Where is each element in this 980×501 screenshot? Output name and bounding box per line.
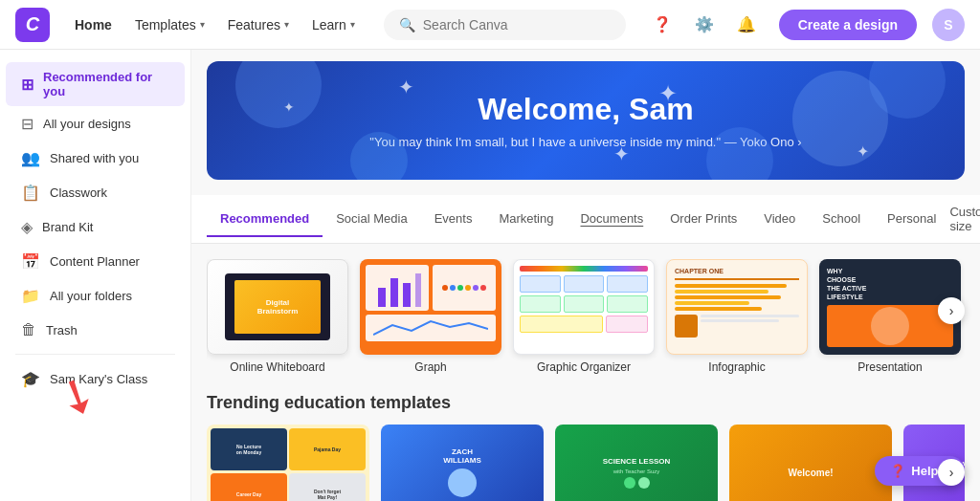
learn-chevron-icon: ▾ [350, 19, 355, 30]
topnav: C Home Templates ▾ Features ▾ Learn ▾ 🔍 … [0, 0, 980, 50]
create-design-button[interactable]: Create a design [779, 10, 917, 40]
sidebar-item-shared[interactable]: 👥 Shared with you [6, 142, 185, 175]
template-card-graph[interactable]: Graph [360, 259, 501, 374]
template-card-organizer[interactable]: Graphic Organizer [513, 259, 655, 374]
trending-cards-row: No Lectureon Monday Pajama Day Career Da… [207, 425, 965, 501]
classwork-icon: 📋 [21, 184, 40, 202]
features-chevron-icon: ▾ [284, 19, 289, 30]
home-icon: ⊞ [21, 76, 33, 94]
trending-card-1[interactable]: No Lectureon Monday Pajama Day Career Da… [207, 425, 369, 501]
trending-title: Trending education templates [207, 393, 965, 413]
star-decoration-4: ✦ [658, 80, 678, 107]
template-cards-section: DigitalBrainstorm Online Whiteboard [207, 259, 965, 374]
nav-templates[interactable]: Templates ▾ [125, 11, 214, 38]
trending-card-4[interactable]: Welcome! [729, 425, 892, 501]
svg-rect-0 [378, 288, 386, 307]
trending-card-2[interactable]: ZACHWILLIAMS [381, 425, 544, 501]
nav-learn[interactable]: Learn ▾ [302, 11, 365, 38]
sidebar-item-brandkit[interactable]: ◈ Brand Kit [6, 210, 185, 244]
star-decoration-1: ✦ [398, 76, 414, 98]
sidebar-item-all-designs[interactable]: ⊟ All your designs [6, 107, 185, 141]
trending-cards-wrapper: No Lectureon Monday Pajama Day Career Da… [207, 425, 965, 501]
template-cards-row: DigitalBrainstorm Online Whiteboard [207, 259, 965, 374]
star-decoration-3: ✦ [613, 142, 630, 165]
tab-marketing[interactable]: Marketing [485, 202, 567, 237]
template-card-whiteboard[interactable]: DigitalBrainstorm Online Whiteboard [207, 259, 348, 374]
tab-events[interactable]: Events [421, 202, 486, 237]
card-graph-label: Graph [360, 360, 501, 374]
star-decoration-5: ✦ [857, 142, 869, 161]
sidebar-item-content-planner[interactable]: 📅 Content Planner [6, 245, 185, 278]
nav-links: Home Templates ▾ Features ▾ Learn ▾ [65, 11, 365, 38]
category-tabs-container: Recommended Social Media Events Marketin… [191, 195, 980, 244]
tab-personal[interactable]: Personal [874, 202, 949, 237]
tab-social-media[interactable]: Social Media [323, 202, 420, 237]
trending-scroll-right[interactable]: › [938, 459, 965, 486]
help-icon: ❓ [890, 464, 905, 478]
nav-features[interactable]: Features ▾ [218, 11, 299, 38]
sidebar-item-class[interactable]: 🎓 Sam Kary's Class [6, 362, 185, 396]
tab-documents[interactable]: Documents [567, 202, 657, 237]
svg-rect-1 [390, 278, 398, 307]
card-presentation-label: Presentation [819, 360, 961, 374]
templates-chevron-icon: ▾ [200, 19, 205, 30]
nav-icons: ❓ ⚙️ 🔔 Create a design S [645, 8, 965, 42]
canva-logo[interactable]: C [15, 8, 50, 42]
sidebar-item-folders[interactable]: 📁 All your folders [6, 279, 185, 313]
designs-icon: ⊟ [21, 115, 33, 133]
shared-icon: 👥 [21, 149, 40, 167]
sidebar-item-recommended[interactable]: ⊞ Recommended for you [6, 62, 185, 106]
custom-size-label[interactable]: Custom size [949, 195, 980, 243]
nav-home[interactable]: Home [65, 11, 122, 38]
brand-icon: ◈ [21, 218, 33, 236]
help-icon-btn[interactable]: ❓ [645, 8, 679, 42]
sidebar-item-trash[interactable]: 🗑 Trash [6, 314, 185, 346]
notifications-icon-btn[interactable]: 🔔 [729, 8, 764, 42]
sidebar-item-classwork[interactable]: 📋 Classwork [6, 176, 185, 209]
star-decoration-2: ✦ [283, 99, 295, 115]
trash-icon: 🗑 [21, 321, 36, 338]
planner-icon: 📅 [21, 252, 40, 271]
tab-order-prints[interactable]: Order Prints [657, 202, 750, 237]
card-organizer-label: Graphic Organizer [513, 360, 655, 374]
search-bar[interactable]: 🔍 [384, 10, 626, 40]
card-whiteboard-label: Online Whiteboard [207, 360, 348, 374]
search-input[interactable] [423, 17, 611, 33]
card-infographic-label: Infographic [666, 360, 808, 374]
svg-rect-3 [415, 273, 421, 307]
tab-recommended[interactable]: Recommended [207, 202, 323, 237]
svg-rect-2 [403, 283, 411, 307]
hero-banner: ✦ ✦ ✦ ✦ ✦ Welcome, Sam "You may think I'… [207, 61, 965, 180]
tab-school[interactable]: School [809, 202, 874, 237]
main-content: ✦ ✦ ✦ ✦ ✦ Welcome, Sam "You may think I'… [191, 50, 980, 501]
avatar[interactable]: S [932, 9, 965, 41]
tab-video[interactable]: Video [750, 202, 809, 237]
sidebar: ⊞ Recommended for you ⊟ All your designs… [0, 50, 191, 501]
settings-icon-btn[interactable]: ⚙️ [687, 8, 722, 42]
class-icon: 🎓 [21, 370, 40, 388]
layout: ⊞ Recommended for you ⊟ All your designs… [0, 0, 980, 501]
template-card-infographic[interactable]: CHAPTER ONE [666, 259, 808, 374]
trending-card-3[interactable]: SCIENCE LESSON with Teacher Suzy [555, 425, 718, 501]
template-scroll-right[interactable]: › [938, 297, 965, 324]
trending-section: Trending education templates No Lectureo… [207, 393, 965, 501]
folder-icon: 📁 [21, 287, 40, 305]
search-icon: 🔍 [399, 17, 415, 33]
